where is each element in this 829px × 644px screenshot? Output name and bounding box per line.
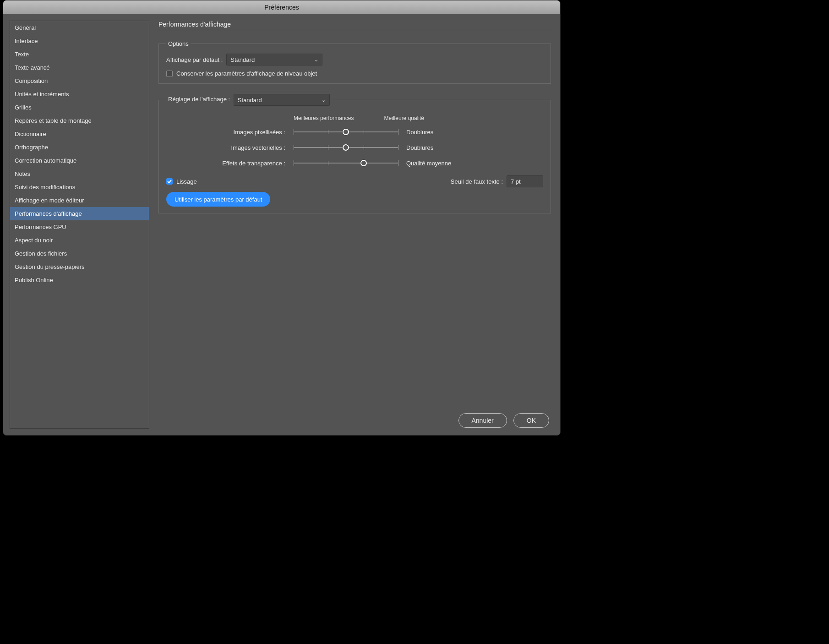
slider-row: Images pixellisées :Doublures: [166, 124, 543, 140]
sidebar-item[interactable]: Performances d'affichage: [10, 207, 149, 220]
slider-row: Effets de transparence :Qualité moyenne: [166, 155, 543, 171]
main-panel: Performances d'affichage Options Afficha…: [149, 14, 560, 435]
display-settings-legend: Réglage de l'affichage : Standard ⌄: [166, 94, 332, 106]
slider[interactable]: [294, 143, 398, 152]
chevron-down-icon: ⌄: [314, 57, 318, 63]
scale-left-label: Meilleures performances: [294, 115, 354, 121]
slider-knob[interactable]: [343, 129, 349, 135]
preserve-object-row: Conserver les paramètres d'affichage de …: [166, 70, 543, 77]
sidebar-item[interactable]: Gestion du presse-papiers: [10, 260, 149, 273]
slider-value-label: Qualité moyenne: [406, 160, 451, 167]
page-title: Performances d'affichage: [158, 21, 551, 30]
sidebar-item[interactable]: Général: [10, 21, 149, 34]
default-display-row: Affichage par défaut : Standard ⌄: [166, 54, 543, 65]
display-settings-legend-label: Réglage de l'affichage :: [168, 96, 230, 103]
preferences-window: Préférences GénéralInterfaceTexteTexte a…: [3, 0, 561, 436]
sidebar-item[interactable]: Orthographe: [10, 141, 149, 154]
dialog-footer: Annuler OK: [458, 413, 550, 428]
slider-grid: Meilleures performances Meilleure qualit…: [166, 115, 543, 171]
default-display-value: Standard: [230, 56, 255, 63]
sidebar-item[interactable]: Texte: [10, 48, 149, 61]
preserve-object-checkbox[interactable]: [166, 71, 173, 77]
fake-text-threshold-label: Seuil de faux texte :: [451, 178, 503, 185]
slider-value-label: Doublures: [406, 144, 433, 151]
sidebar-item[interactable]: Unités et incréments: [10, 87, 149, 101]
default-display-select[interactable]: Standard ⌄: [226, 54, 322, 65]
cancel-button[interactable]: Annuler: [458, 413, 507, 428]
sidebar-item[interactable]: Interface: [10, 34, 149, 48]
fake-text-threshold-value: 7 pt: [511, 178, 521, 185]
display-settings-section: Réglage de l'affichage : Standard ⌄ Meil…: [158, 94, 551, 213]
sidebar-item[interactable]: Correction automatique: [10, 154, 149, 167]
default-display-label: Affichage par défaut :: [166, 56, 223, 63]
sidebar-item[interactable]: Publish Online: [10, 273, 149, 287]
sidebar-item[interactable]: Notes: [10, 167, 149, 180]
sidebar-item[interactable]: Grilles: [10, 101, 149, 114]
slider-caption: Effets de transparence :: [166, 160, 285, 167]
display-settings-select[interactable]: Standard ⌄: [234, 94, 330, 106]
sidebar-item[interactable]: Suivi des modifications: [10, 180, 149, 194]
preserve-object-label: Conserver les paramètres d'affichage de …: [176, 70, 317, 77]
sidebar-item[interactable]: Affichage en mode éditeur: [10, 194, 149, 207]
slider[interactable]: [294, 127, 398, 136]
fake-text-threshold-input[interactable]: 7 pt: [507, 175, 543, 187]
display-lower-row: Lissage Seuil de faux texte : 7 pt: [166, 175, 543, 187]
options-section: Options Affichage par défaut : Standard …: [158, 40, 551, 84]
window-title: Préférences: [264, 4, 299, 11]
chevron-down-icon: ⌄: [322, 97, 326, 103]
options-legend: Options: [166, 40, 191, 47]
slider-caption: Images pixellisées :: [166, 129, 285, 136]
ok-button[interactable]: OK: [513, 413, 549, 428]
sidebar: GénéralInterfaceTexteTexte avancéComposi…: [10, 21, 149, 429]
sidebar-item[interactable]: Gestion des fichiers: [10, 247, 149, 260]
display-settings-value: Standard: [238, 97, 262, 104]
sidebar-item[interactable]: Aspect du noir: [10, 234, 149, 247]
slider-knob[interactable]: [343, 144, 349, 151]
window-titlebar: Préférences: [3, 0, 560, 14]
slider-row: Images vectorielles :Doublures: [166, 140, 543, 155]
slider-caption: Images vectorielles :: [166, 144, 285, 151]
sidebar-item[interactable]: Texte avancé: [10, 61, 149, 74]
sidebar-item[interactable]: Composition: [10, 74, 149, 87]
slider[interactable]: [294, 158, 398, 168]
sidebar-item[interactable]: Repères et table de montage: [10, 114, 149, 127]
antialias-label: Lissage: [176, 178, 197, 185]
slider-knob[interactable]: [360, 160, 367, 166]
reset-defaults-button[interactable]: Utiliser les paramètres par défaut: [166, 192, 270, 207]
scale-right-label: Meilleure qualité: [384, 115, 424, 121]
sidebar-item[interactable]: Performances GPU: [10, 220, 149, 234]
sidebar-item[interactable]: Dictionnaire: [10, 127, 149, 141]
slider-scale-labels: Meilleures performances Meilleure qualit…: [166, 115, 543, 121]
slider-value-label: Doublures: [406, 129, 433, 136]
antialias-checkbox[interactable]: [166, 178, 173, 185]
window-content: GénéralInterfaceTexteTexte avancéComposi…: [3, 14, 560, 435]
